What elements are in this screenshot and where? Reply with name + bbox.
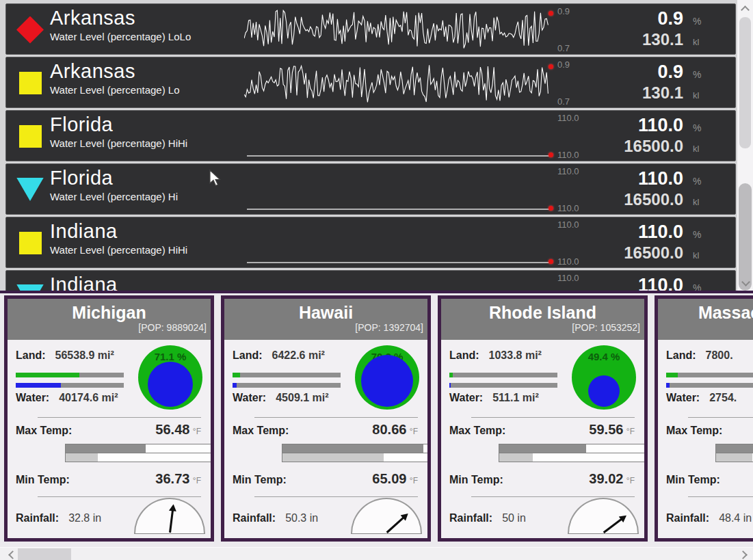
state-name: Arkansas	[50, 59, 241, 83]
vertical-scrollbar-thumb-lower[interactable]	[739, 183, 752, 291]
state-card-michigan[interactable]: Michigan [POP: 9889024] Land:56538.9 mi²…	[4, 295, 214, 542]
scroll-right-icon[interactable]	[739, 550, 748, 559]
temp-unit: °F	[626, 476, 635, 485]
state-card-rhode-island[interactable]: Rhode Island [POP: 1053252] Land:1033.8 …	[438, 295, 648, 542]
rainfall-label: Rainfall:	[233, 512, 276, 524]
spark-max-label: 110.0	[557, 219, 579, 230]
alarm-row-indiana-hi[interactable]: Indiana 110.0 110.0%	[5, 270, 736, 291]
square-alarm-icon	[19, 125, 42, 148]
max-temp-bar	[282, 444, 428, 453]
min-temp-label: Min Temp:	[233, 474, 287, 486]
water-value: 2754.	[709, 392, 737, 403]
square-alarm-icon	[19, 232, 42, 254]
population-label: [POP: 9889024]	[8, 322, 211, 333]
primary-unit: %	[693, 282, 720, 291]
temp-unit: °F	[410, 427, 418, 436]
divider	[254, 496, 418, 497]
spark-min-label: 0.7	[557, 43, 570, 53]
population-label: [POP: 1053252]	[441, 322, 644, 333]
primary-value: 0.9	[600, 62, 683, 83]
max-temp-bar	[715, 444, 753, 453]
divider	[254, 417, 418, 418]
divider	[688, 496, 753, 497]
secondary-value: 16500.0	[600, 190, 683, 209]
sparkline	[244, 165, 553, 214]
current-value-dot	[549, 64, 553, 69]
rainfall-gauge	[568, 498, 639, 534]
scroll-down-icon[interactable]	[741, 278, 750, 286]
state-card-hawaii[interactable]: Hawaii [POP: 1392704] Land:6422.6 mi² Wa…	[221, 295, 431, 542]
temp-unit: °F	[193, 476, 201, 485]
secondary-value: 130.1	[600, 83, 683, 103]
state-name: Florida	[50, 113, 241, 136]
sparkline-chart	[244, 272, 553, 291]
land-water-ratio-circle: 70.2 %	[355, 345, 419, 410]
max-temp-label: Max Temp:	[233, 425, 289, 437]
horizontal-scrollbar-thumb[interactable]	[18, 548, 71, 560]
sparkline	[244, 112, 553, 161]
alarm-row-arkansas-lolo[interactable]: Arkansas Water Level (percentage) LoLo 0…	[5, 3, 736, 55]
scroll-left-icon[interactable]	[8, 550, 17, 559]
alarm-row-indiana-hihi[interactable]: Indiana Water Level (percentage) HiHi 11…	[5, 217, 736, 268]
max-temp-label: Max Temp:	[16, 425, 72, 437]
rainfall-value: 50 in	[502, 512, 526, 524]
land-label: Land:	[233, 349, 263, 361]
min-temp-bar	[715, 453, 753, 462]
sparkline	[244, 59, 553, 107]
land-value: 56538.9 mi²	[55, 349, 114, 361]
severity-icon-cell	[13, 164, 47, 215]
divider	[688, 417, 753, 418]
current-value-dot	[549, 152, 553, 157]
current-value-dot	[549, 206, 553, 211]
land-percent: 49.4 %	[572, 351, 636, 362]
sparkline	[244, 272, 553, 291]
vertical-scrollbar-thumb[interactable]	[739, 17, 751, 148]
state-card-massachusetts[interactable]: Massachusetts Land:7800. Water:2754. Max…	[655, 295, 753, 542]
land-value: 1033.8 mi²	[489, 349, 542, 361]
water-bar	[666, 383, 753, 388]
current-value-dot	[549, 11, 553, 16]
metric-name: Water Level (percentage) Lo	[50, 84, 241, 96]
max-temp-value: 56.48	[155, 422, 189, 437]
rainfall-label: Rainfall:	[16, 512, 59, 524]
gauge-needle-icon	[166, 504, 177, 533]
max-temp-label: Max Temp:	[449, 425, 505, 437]
primary-unit: %	[693, 16, 720, 27]
alarm-row-florida-hihi[interactable]: Florida Water Level (percentage) HiHi 11…	[5, 110, 736, 161]
spark-max-label: 0.9	[557, 59, 570, 70]
primary-value: 110.0	[600, 168, 683, 189]
current-value-dot	[549, 259, 553, 264]
divider	[38, 417, 201, 418]
secondary-unit: kl	[693, 250, 720, 261]
water-value: 40174.6 mi²	[59, 392, 118, 403]
diamond-alarm-icon	[16, 16, 44, 44]
min-temp-label: Min Temp:	[449, 474, 503, 486]
metric-name: Water Level (percentage) HiHi	[50, 244, 241, 256]
alarm-row-arkansas-lo[interactable]: Arkansas Water Level (percentage) Lo 0.9…	[5, 57, 736, 108]
card-title: Rhode Island	[441, 299, 644, 323]
secondary-value: 16500.0	[600, 243, 683, 263]
water-bar	[16, 383, 124, 388]
min-temp-value: 39.02	[589, 471, 623, 486]
primary-value: 110.0	[600, 222, 683, 243]
sparkline-chart	[244, 219, 553, 267]
max-temp-value: 59.56	[589, 422, 623, 437]
divider	[471, 417, 635, 418]
secondary-value: 16500.0	[600, 137, 683, 156]
scroll-up-icon[interactable]	[741, 5, 750, 14]
metric-name: Water Level (percentage) Hi	[50, 191, 241, 202]
alarm-row-florida-hi[interactable]: Florida Water Level (percentage) Hi 110.…	[5, 163, 736, 215]
square-alarm-icon	[19, 72, 42, 94]
min-temp-bar	[65, 453, 211, 462]
land-bar	[666, 373, 753, 377]
water-bar	[233, 383, 341, 388]
sparkline	[244, 219, 553, 267]
sparkline-chart	[244, 165, 553, 214]
vertical-scrollbar[interactable]	[737, 0, 753, 291]
gauge-needle-icon	[601, 512, 629, 535]
severity-icon-cell	[13, 271, 47, 291]
water-label: Water:	[233, 392, 266, 403]
min-temp-bar	[282, 453, 428, 462]
divider	[471, 496, 635, 497]
horizontal-scrollbar[interactable]	[0, 547, 753, 560]
